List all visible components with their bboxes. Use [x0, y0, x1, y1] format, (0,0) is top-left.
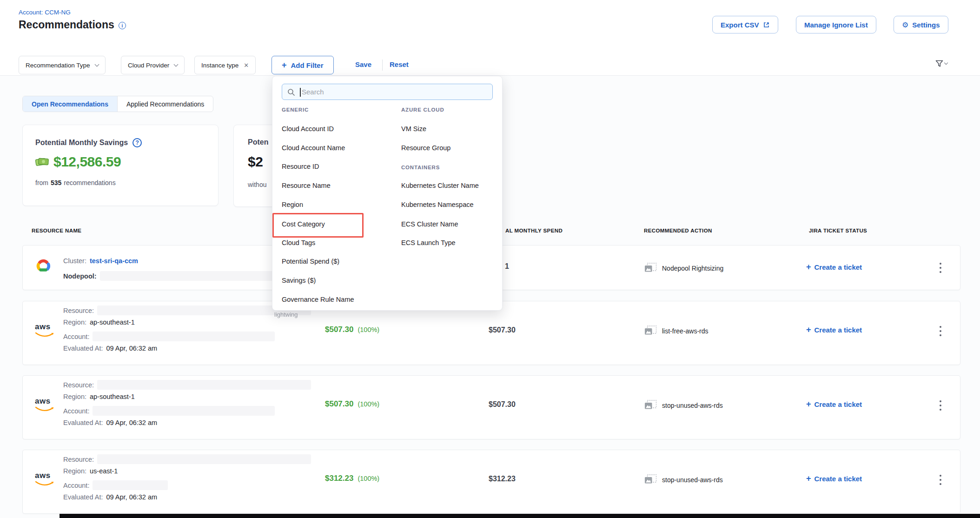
- section-heading-containers: CONTAINERS: [401, 165, 440, 170]
- tab-open-recommendations[interactable]: Open Recommendations: [23, 96, 117, 112]
- evaluated-at-value: 09 Apr, 06:32 am: [106, 345, 157, 352]
- evaluated-at-value: 09 Apr, 06:32 am: [106, 493, 157, 501]
- resource-label: Resource:: [63, 307, 94, 314]
- region-label: Region:: [63, 393, 86, 400]
- help-icon[interactable]: ?: [132, 138, 142, 147]
- money-icon: [35, 157, 49, 167]
- monthly-spend-value: $507.30: [489, 400, 516, 409]
- aws-icon: aws: [35, 397, 54, 413]
- account-label: Account:: [63, 333, 89, 340]
- column-header-total-monthly-spend: AL MONTHLY SPEND: [505, 228, 563, 233]
- recommendations-tabs: Open Recommendations Applied Recommendat…: [22, 96, 213, 112]
- bottom-edge-bar: [60, 514, 980, 518]
- region-label: Region:: [63, 467, 86, 475]
- filter-option-governance-rule-name[interactable]: Governance Rule Name: [282, 296, 354, 303]
- filter-chip-recommendation-type[interactable]: Recommendation Type: [19, 56, 106, 74]
- region-value: ap-southeast-1: [90, 393, 135, 400]
- filter-option-potential-spend[interactable]: Potential Spend ($): [282, 258, 339, 265]
- external-link-icon: [763, 21, 770, 28]
- filter-option-vm-size[interactable]: VM Size: [401, 125, 426, 133]
- filter-option-kubernetes-cluster-name[interactable]: Kubernetes Cluster Name: [401, 182, 479, 189]
- create-ticket-label: Create a ticket: [814, 263, 862, 271]
- tab-applied-recommendations[interactable]: Applied Recommendations: [117, 96, 213, 112]
- settings-button[interactable]: ⚙ Settings: [894, 16, 948, 33]
- row-menu-kebab[interactable]: [938, 397, 943, 413]
- create-ticket-link[interactable]: + Create a ticket: [806, 325, 862, 334]
- filter-funnel-button[interactable]: [935, 60, 947, 67]
- savings-count: 535: [51, 179, 61, 186]
- chevron-down-icon: [944, 61, 948, 65]
- filter-option-cloud-account-id[interactable]: Cloud Account ID: [282, 125, 334, 133]
- plus-icon: +: [806, 263, 811, 271]
- create-ticket-label: Create a ticket: [814, 475, 862, 483]
- redacted-text: [97, 454, 311, 464]
- search-input[interactable]: [282, 84, 492, 100]
- aws-icon: aws: [35, 323, 54, 339]
- export-csv-button[interactable]: Export CSV: [712, 16, 778, 33]
- filter-option-cloud-tags[interactable]: Cloud Tags: [282, 239, 315, 246]
- add-filter-dropdown: GENERIC Cloud Account ID Cloud Account N…: [272, 76, 503, 311]
- second-card-subtitle-fragment: withou: [248, 181, 266, 188]
- page-title-row: Recommendations i: [19, 19, 126, 31]
- manage-ignore-list-label: Manage Ignore List: [804, 21, 868, 29]
- evaluated-at-label: Evaluated At:: [63, 419, 103, 426]
- potential-savings-percent: (100%): [358, 326, 379, 333]
- create-ticket-label: Create a ticket: [814, 400, 862, 408]
- row-menu-kebab[interactable]: [938, 323, 943, 339]
- account-breadcrumb[interactable]: Account: CCM-NG: [19, 9, 71, 16]
- savings-subtitle-suffix: recommendations: [64, 179, 115, 186]
- potential-savings-value: $507.30: [325, 399, 353, 409]
- resource-label: Resource:: [63, 381, 94, 389]
- cluster-name-link[interactable]: test-sri-qa-ccm: [90, 257, 138, 265]
- chip-label: Cloud Provider: [128, 62, 169, 69]
- filter-option-region[interactable]: Region: [282, 201, 303, 208]
- save-filter-link[interactable]: Save: [355, 60, 371, 68]
- table-row[interactable]: aws Resource: Region: ap-southeast-1 Acc…: [22, 375, 960, 439]
- potential-savings-percent: (100%): [358, 400, 379, 408]
- annotation-highlight-box: [272, 213, 364, 238]
- filter-option-savings[interactable]: Savings ($): [282, 277, 316, 284]
- info-icon[interactable]: i: [119, 22, 126, 29]
- filter-option-ecs-launch-type[interactable]: ECS Launch Type: [401, 239, 456, 246]
- add-filter-button[interactable]: + Add Filter: [271, 56, 334, 74]
- filter-option-resource-name[interactable]: Resource Name: [282, 182, 331, 189]
- evaluated-at-value: 09 Apr, 06:32 am: [106, 419, 157, 426]
- filter-option-cloud-account-name[interactable]: Cloud Account Name: [282, 144, 345, 152]
- reset-filter-link[interactable]: Reset: [390, 60, 409, 68]
- evaluated-at-label: Evaluated At:: [63, 493, 103, 501]
- create-ticket-link[interactable]: + Create a ticket: [806, 400, 862, 408]
- filter-chip-cloud-provider[interactable]: Cloud Provider: [121, 56, 185, 74]
- section-heading-generic: GENERIC: [282, 107, 309, 113]
- filter-option-resource-id[interactable]: Resource ID: [282, 163, 319, 170]
- recommendations-page: Account: CCM-NG Recommendations i Export…: [0, 0, 980, 518]
- row-menu-kebab[interactable]: [938, 259, 943, 276]
- recommended-action-label: stop-unused-aws-rds: [662, 476, 723, 484]
- image-placeholder-icon: [644, 263, 657, 273]
- page-title: Recommendations: [19, 19, 114, 31]
- account-label: Account:: [63, 482, 89, 489]
- create-ticket-link[interactable]: + Create a ticket: [806, 474, 862, 483]
- close-icon[interactable]: ✕: [244, 62, 249, 69]
- savings-amount: $12,586.59: [53, 154, 121, 170]
- second-card-title-fragment: Poten: [248, 138, 268, 146]
- savings-card-title: Potential Monthly Savings: [35, 139, 128, 147]
- create-ticket-link[interactable]: + Create a ticket: [806, 263, 862, 271]
- create-ticket-label: Create a ticket: [814, 326, 862, 334]
- evaluated-at-label: Evaluated At:: [63, 345, 103, 352]
- gcp-icon: [34, 258, 53, 275]
- column-header-recommended-action: RECOMMENDED ACTION: [644, 228, 712, 233]
- filter-option-kubernetes-namespace[interactable]: Kubernetes Namespace: [401, 201, 474, 208]
- manage-ignore-list-button[interactable]: Manage Ignore List: [796, 16, 876, 33]
- monthly-spend-fragment: 1: [505, 262, 509, 271]
- filter-option-resource-group[interactable]: Resource Group: [401, 144, 450, 152]
- filter-chip-instance-type[interactable]: Instance type ✕: [194, 56, 256, 74]
- table-row[interactable]: aws Resource: Region: us-east-1 Account:…: [22, 450, 960, 514]
- divider: [382, 60, 383, 71]
- filter-option-ecs-cluster-name[interactable]: ECS Cluster Name: [401, 220, 458, 228]
- recommended-action-label: Nodepool Rightsizing: [662, 265, 723, 272]
- cluster-label: Cluster:: [63, 257, 86, 265]
- potential-monthly-savings-card: Potential Monthly Savings ? $12,586.59 f…: [22, 125, 219, 206]
- row-menu-kebab[interactable]: [938, 472, 943, 488]
- potential-savings-percent: (100%): [358, 475, 379, 482]
- settings-label: Settings: [912, 21, 940, 29]
